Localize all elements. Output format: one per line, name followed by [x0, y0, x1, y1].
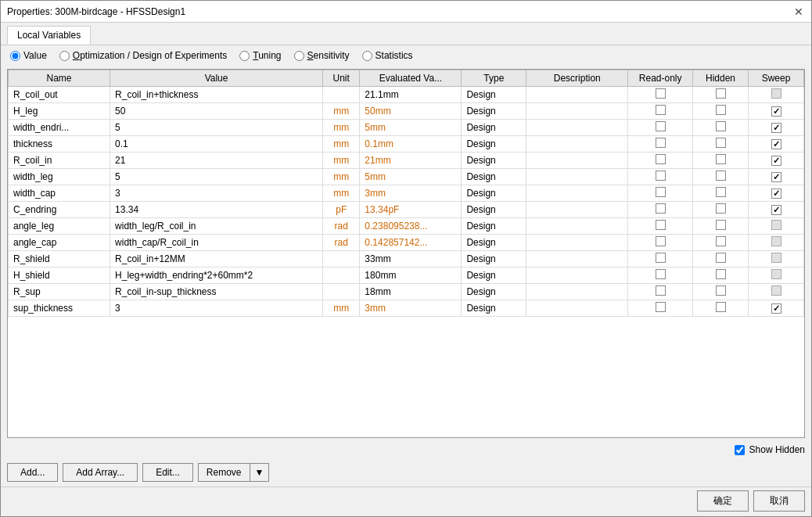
readonly-checkbox[interactable] — [656, 138, 666, 148]
window-title: Properties: 300M-birdcage - HFSSDesign1 — [7, 6, 185, 17]
readonly-checkbox[interactable] — [656, 220, 666, 230]
hidden-checkbox[interactable] — [716, 105, 726, 115]
cell-sweep[interactable] — [749, 87, 804, 103]
cell-sweep[interactable]: ✓ — [749, 300, 804, 317]
cell-type: Design — [462, 218, 526, 235]
readonly-checkbox[interactable] — [656, 253, 666, 263]
remove-dropdown-button[interactable]: ▼ — [250, 463, 270, 482]
remove-button[interactable]: Remove — [198, 463, 250, 482]
cell-sweep[interactable]: ✓ — [749, 136, 804, 153]
cell-hidden[interactable] — [693, 235, 749, 251]
hidden-checkbox[interactable] — [716, 285, 726, 296]
cell-hidden[interactable] — [693, 202, 749, 218]
cancel-button[interactable]: 取消 — [753, 490, 805, 512]
tab-local-variables[interactable]: Local Variables — [7, 26, 91, 45]
hidden-checkbox[interactable] — [716, 138, 726, 148]
sweep-checkbox[interactable]: ✓ — [771, 188, 781, 199]
cell-sweep[interactable]: ✓ — [749, 202, 804, 218]
cell-readonly[interactable] — [628, 120, 693, 136]
cell-hidden[interactable] — [693, 103, 749, 120]
cell-hidden[interactable] — [693, 300, 749, 317]
cell-readonly[interactable] — [628, 169, 693, 185]
cell-readonly[interactable] — [628, 153, 693, 169]
hidden-checkbox[interactable] — [716, 220, 726, 230]
close-button[interactable]: ✕ — [792, 5, 805, 18]
readonly-checkbox[interactable] — [656, 171, 666, 181]
table-row: sup_thickness3mm3mmDesign✓ — [9, 300, 804, 317]
hidden-checkbox[interactable] — [716, 154, 726, 164]
cell-sweep[interactable] — [749, 284, 804, 300]
radio-statistics[interactable]: Statistics — [362, 50, 413, 61]
sweep-checkbox[interactable]: ✓ — [771, 205, 781, 215]
variables-table-container[interactable]: Name Value Unit Evaluated Va... Type Des… — [7, 69, 805, 438]
cell-sweep[interactable] — [749, 218, 804, 235]
add-button[interactable]: Add... — [7, 463, 58, 482]
cell-hidden[interactable] — [693, 185, 749, 202]
readonly-checkbox[interactable] — [656, 203, 666, 214]
hidden-checkbox[interactable] — [716, 269, 726, 279]
cell-hidden[interactable] — [693, 251, 749, 267]
cell-readonly[interactable] — [628, 202, 693, 218]
readonly-checkbox[interactable] — [656, 187, 666, 197]
sweep-checkbox[interactable]: ✓ — [771, 172, 781, 182]
cell-sweep[interactable] — [749, 267, 804, 284]
readonly-checkbox[interactable] — [656, 154, 666, 164]
col-header-unit: Unit — [323, 70, 360, 87]
add-array-button[interactable]: Add Array... — [63, 463, 138, 482]
hidden-checkbox[interactable] — [716, 236, 726, 246]
radio-tuning[interactable]: Tuning — [239, 50, 281, 61]
ok-button[interactable]: 确定 — [697, 490, 749, 512]
readonly-checkbox[interactable] — [656, 302, 666, 312]
cell-sweep[interactable]: ✓ — [749, 103, 804, 120]
hidden-checkbox[interactable] — [716, 253, 726, 263]
cell-hidden[interactable] — [693, 120, 749, 136]
cell-sweep[interactable]: ✓ — [749, 153, 804, 169]
radio-sensitivity[interactable]: Sensitivity — [294, 50, 350, 61]
readonly-checkbox[interactable] — [656, 269, 666, 279]
hidden-checkbox[interactable] — [716, 203, 726, 214]
radio-value[interactable]: Value — [10, 50, 47, 61]
readonly-checkbox[interactable] — [656, 121, 666, 131]
cell-hidden[interactable] — [693, 267, 749, 284]
show-hidden-checkbox[interactable] — [735, 445, 745, 455]
cell-readonly[interactable] — [628, 300, 693, 317]
sweep-checkbox[interactable]: ✓ — [771, 156, 781, 166]
cell-hidden[interactable] — [693, 169, 749, 185]
cell-value: 5 — [110, 120, 323, 136]
sweep-checkbox[interactable]: ✓ — [771, 123, 781, 133]
cell-sweep[interactable]: ✓ — [749, 169, 804, 185]
hidden-checkbox[interactable] — [716, 187, 726, 197]
cell-sweep[interactable]: ✓ — [749, 120, 804, 136]
cell-sweep[interactable]: ✓ — [749, 185, 804, 202]
readonly-checkbox[interactable] — [656, 105, 666, 115]
cell-readonly[interactable] — [628, 218, 693, 235]
cell-hidden[interactable] — [693, 218, 749, 235]
hidden-checkbox[interactable] — [716, 121, 726, 131]
readonly-checkbox[interactable] — [656, 285, 666, 296]
cell-readonly[interactable] — [628, 251, 693, 267]
cell-readonly[interactable] — [628, 235, 693, 251]
table-row: width_cap3mm3mmDesign✓ — [9, 185, 804, 202]
cell-sweep[interactable] — [749, 235, 804, 251]
cell-readonly[interactable] — [628, 103, 693, 120]
cell-hidden[interactable] — [693, 136, 749, 153]
cell-sweep[interactable] — [749, 251, 804, 267]
sweep-checkbox[interactable]: ✓ — [771, 139, 781, 149]
cell-hidden[interactable] — [693, 153, 749, 169]
edit-button[interactable]: Edit... — [142, 463, 193, 482]
cell-readonly[interactable] — [628, 87, 693, 103]
cell-readonly[interactable] — [628, 136, 693, 153]
hidden-checkbox[interactable] — [716, 302, 726, 312]
readonly-checkbox[interactable] — [656, 236, 666, 246]
cell-readonly[interactable] — [628, 185, 693, 202]
cell-hidden[interactable] — [693, 284, 749, 300]
hidden-checkbox[interactable] — [716, 88, 726, 99]
radio-optimization[interactable]: Optimization / Design of Experiments — [59, 50, 227, 61]
cell-readonly[interactable] — [628, 267, 693, 284]
sweep-checkbox[interactable]: ✓ — [771, 303, 781, 314]
hidden-checkbox[interactable] — [716, 171, 726, 181]
cell-readonly[interactable] — [628, 284, 693, 300]
readonly-checkbox[interactable] — [656, 88, 666, 99]
sweep-checkbox[interactable]: ✓ — [771, 106, 781, 117]
cell-hidden[interactable] — [693, 87, 749, 103]
